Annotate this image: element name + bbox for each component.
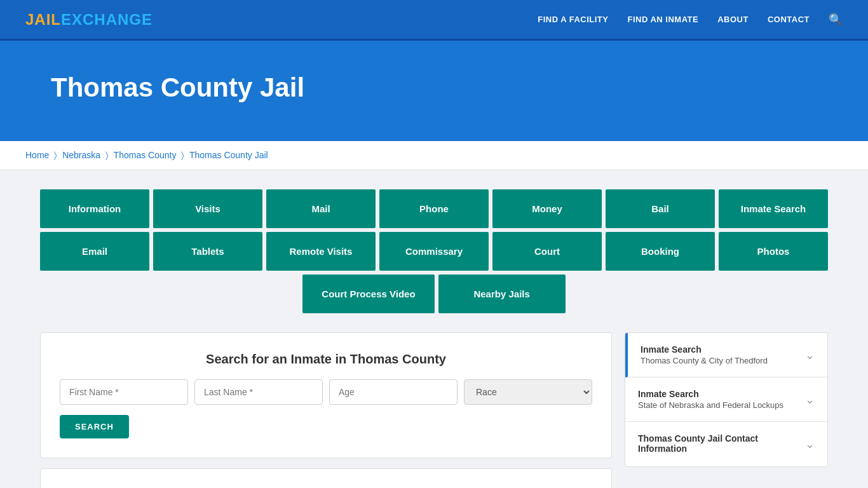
search-inputs: Race White Black Hispanic Asian Native A…	[60, 379, 592, 405]
breadcrumb-current[interactable]: Thomas County Jail	[189, 150, 268, 160]
button-grid-row2: Email Tablets Remote Visits Commissary C…	[40, 232, 828, 271]
nav-contact[interactable]: CONTACT	[768, 15, 810, 24]
race-select[interactable]: Race White Black Hispanic Asian Native A…	[464, 379, 592, 405]
btn-nearby-jails[interactable]: Nearby Jails	[438, 274, 566, 313]
breadcrumb-nebraska[interactable]: Nebraska	[62, 150, 100, 160]
breadcrumb-thomas-county[interactable]: Thomas County	[114, 150, 177, 160]
sidebar-item-1-subtitle: State of Nebraska and Federal Lockups	[638, 400, 783, 410]
breadcrumb: Home 〉 Nebraska 〉 Thomas County 〉 Thomas…	[0, 141, 868, 170]
sidebar-item-0-title: Inmate Search	[641, 344, 768, 355]
btn-court-process-video[interactable]: Court Process Video	[302, 274, 434, 313]
content-row: Search for an Inmate in Thomas County Ra…	[40, 332, 828, 488]
btn-mail[interactable]: Mail	[266, 189, 376, 228]
left-column: Search for an Inmate in Thomas County Ra…	[40, 332, 612, 488]
first-name-input[interactable]	[60, 379, 188, 405]
chevron-down-icon-0: ⌄	[805, 348, 815, 362]
logo-jail: JAIL	[25, 11, 61, 28]
btn-inmate-search[interactable]: Inmate Search	[719, 189, 828, 228]
btn-visits[interactable]: Visits	[153, 189, 262, 228]
chevron-down-icon-2: ⌄	[805, 437, 815, 451]
btn-tablets[interactable]: Tablets	[153, 232, 262, 271]
age-input[interactable]	[329, 379, 458, 405]
breadcrumb-home[interactable]: Home	[25, 150, 49, 160]
nav-find-inmate[interactable]: FIND AN INMATE	[627, 15, 698, 24]
site-logo[interactable]: JAILEXCHANGE	[25, 11, 153, 29]
sidebar-card: Inmate Search Thomas County & City of Th…	[625, 332, 828, 467]
btn-money[interactable]: Money	[492, 189, 602, 228]
sidebar: Inmate Search Thomas County & City of Th…	[625, 332, 828, 488]
search-button[interactable]: SEARCH	[60, 415, 129, 438]
btn-booking[interactable]: Booking	[606, 232, 715, 271]
button-grid-row1: Information Visits Mail Phone Money Bail…	[40, 189, 828, 228]
sidebar-item-1[interactable]: Inmate Search State of Nebraska and Fede…	[625, 377, 827, 422]
nav-about[interactable]: ABOUT	[717, 15, 749, 24]
last-name-input[interactable]	[194, 379, 323, 405]
btn-photos[interactable]: Photos	[719, 232, 828, 271]
info-section: Thomas County Jail Information	[40, 468, 612, 488]
navbar: JAILEXCHANGE FIND A FACILITY FIND AN INM…	[0, 0, 868, 41]
sidebar-item-0[interactable]: Inmate Search Thomas County & City of Th…	[625, 333, 827, 377]
logo-exchange: EXCHANGE	[61, 11, 153, 28]
btn-bail[interactable]: Bail	[606, 189, 715, 228]
sidebar-item-2[interactable]: Thomas County Jail Contact Information ⌄	[625, 422, 827, 466]
nav-links: FIND A FACILITY FIND AN INMATE ABOUT CON…	[538, 13, 843, 27]
btn-court[interactable]: Court	[492, 232, 602, 271]
sidebar-item-2-title: Thomas County Jail Contact Information	[638, 433, 805, 454]
search-box: Search for an Inmate in Thomas County Ra…	[40, 332, 612, 458]
button-grid-row3: Court Process Video Nearby Jails	[40, 274, 828, 313]
btn-email[interactable]: Email	[40, 232, 149, 271]
btn-remote-visits[interactable]: Remote Visits	[266, 232, 376, 271]
btn-phone[interactable]: Phone	[379, 189, 489, 228]
hero-section: Thomas County Jail	[0, 41, 868, 141]
chevron-down-icon-1: ⌄	[805, 393, 815, 407]
nav-find-facility[interactable]: FIND A FACILITY	[538, 15, 608, 24]
page-title: Thomas County Jail	[51, 72, 817, 103]
search-icon[interactable]: 🔍	[829, 13, 843, 27]
sidebar-item-1-title: Inmate Search	[638, 389, 783, 399]
sidebar-item-0-subtitle: Thomas County & City of Thedford	[641, 356, 768, 365]
search-title: Search for an Inmate in Thomas County	[60, 352, 592, 367]
btn-information[interactable]: Information	[40, 189, 149, 228]
main-content: Information Visits Mail Phone Money Bail…	[15, 170, 853, 488]
btn-commissary[interactable]: Commissary	[379, 232, 489, 271]
